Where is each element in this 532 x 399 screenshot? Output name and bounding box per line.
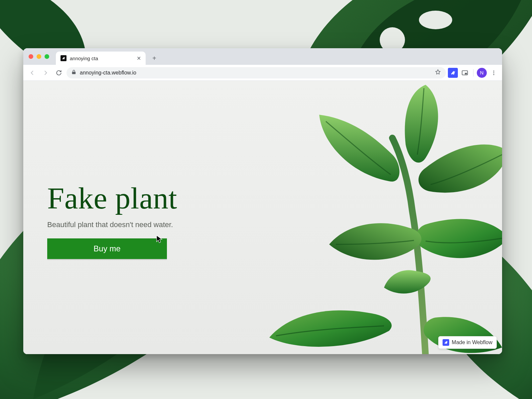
page-title: Fake plant [47,181,177,216]
lock-icon [71,69,76,76]
tab-title: annoying cta [70,56,133,61]
window-controls [29,54,49,59]
extension-webflow-icon[interactable] [448,68,458,78]
nav-reload-button[interactable] [53,67,65,78]
browser-window: annoying cta ✕ + annoying-cta.webflow.io [23,48,502,354]
product-image [269,85,502,354]
webflow-icon [61,55,66,61]
bookmark-star-icon[interactable] [435,69,441,77]
window-zoom-button[interactable] [45,54,49,59]
nav-forward-button[interactable] [40,67,51,78]
buy-button[interactable]: Buy me [47,238,167,259]
page-viewport: Fake plant Beautiful plant that doesn't … [23,81,502,354]
tab-close-icon[interactable]: ✕ [137,55,141,62]
badge-label: Made in Webflow [452,339,492,345]
hero-section: Fake plant Beautiful plant that doesn't … [47,181,177,259]
avatar-initial: N [480,70,484,75]
toolbar-divider [473,69,473,76]
new-tab-button[interactable]: + [149,53,160,64]
page-subtitle: Beautiful plant that doesn't need water. [47,220,177,229]
webflow-icon [443,339,449,346]
buy-button-label: Buy me [93,244,120,253]
svg-point-9 [493,74,494,75]
svg-rect-6 [465,73,467,74]
browser-tab[interactable]: annoying cta ✕ [56,52,146,65]
tab-strip: annoying cta ✕ + [23,48,502,65]
svg-point-8 [493,72,494,73]
window-close-button[interactable] [29,54,33,59]
made-in-webflow-badge[interactable]: Made in Webflow [438,336,497,349]
nav-back-button[interactable] [27,67,38,78]
svg-point-4 [419,11,452,29]
extension-pip-icon[interactable] [460,68,470,78]
address-bar[interactable]: annoying-cta.webflow.io [66,67,446,78]
svg-point-7 [493,70,494,71]
mouse-cursor-icon [156,235,163,244]
url-text: annoying-cta.webflow.io [80,70,431,76]
browser-toolbar: annoying-cta.webflow.io N [23,65,502,81]
browser-menu-button[interactable] [489,68,499,78]
profile-avatar[interactable]: N [477,68,487,78]
window-minimize-button[interactable] [37,54,41,59]
